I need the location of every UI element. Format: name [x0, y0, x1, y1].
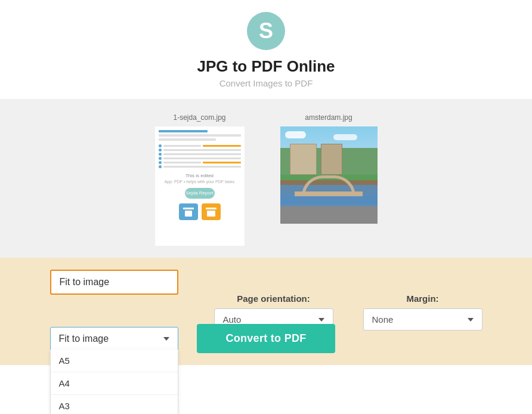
thumbnail-document: 1-sejda_com.jpg This is edited App: PDF … — [155, 113, 245, 246]
doc-list-3 — [159, 153, 241, 156]
filename-photo: amsterdam.jpg — [305, 113, 352, 122]
doc-signature: Sejda Report — [159, 186, 241, 199]
header: S JPG to PDF Online Convert Images to PD… — [0, 0, 532, 99]
convert-button[interactable]: Convert to PDF — [197, 324, 335, 353]
thumbnails-row: 1-sejda_com.jpg This is edited App: PDF … — [0, 113, 532, 258]
doc-row-3 — [159, 138, 216, 141]
doc-list-section — [159, 144, 241, 168]
page-size-dropdown-menu: A5 A4 A3 — [50, 350, 178, 414]
doc-list-4 — [159, 157, 241, 160]
doc-list-1 — [159, 144, 241, 147]
doc-row-1 — [159, 130, 208, 132]
orientation-arrow-icon — [318, 318, 324, 322]
option-a3[interactable]: A3 — [51, 395, 178, 414]
margin-value: None — [372, 314, 394, 325]
doc-list-2 — [159, 149, 241, 152]
main-area: 1-sejda_com.jpg This is edited App: PDF … — [0, 99, 532, 365]
page-orientation-value: Auto — [223, 314, 242, 325]
page-size-open-value: Fit to image — [60, 277, 110, 288]
margin-arrow-icon — [468, 318, 474, 322]
doc-icons — [159, 203, 241, 220]
logo-letter: S — [259, 20, 273, 42]
thumbnail-photo: amsterdam.jpg — [280, 113, 378, 246]
amsterdam-photo — [280, 126, 378, 224]
option-a4[interactable]: A4 — [51, 372, 178, 395]
doc-edited-label: This is edited — [159, 173, 241, 178]
option-a5[interactable]: A5 — [51, 350, 178, 372]
control-panel: Fit to image A5 A4 A3 Fit to image Page … — [0, 258, 532, 365]
margin-label: Margin: — [363, 293, 482, 304]
doc-list-6 — [159, 165, 241, 168]
convert-btn-row: Convert to PDF — [0, 324, 532, 353]
logo: S — [247, 12, 285, 50]
doc-row-2 — [159, 134, 241, 137]
filename-document: 1-sejda_com.jpg — [173, 113, 225, 122]
doc-icon-blue — [179, 203, 198, 220]
page-orientation-label: Page orientation: — [214, 293, 333, 304]
page-size-open-dropdown[interactable]: Fit to image — [50, 270, 178, 295]
doc-list-5 — [159, 161, 241, 164]
app-title: JPG to PDF Online — [0, 57, 532, 76]
controls-middle: Page orientation: Auto Margin: None — [214, 270, 482, 330]
app-subtitle: Convert Images to PDF — [0, 78, 532, 88]
doc-icon-yellow — [202, 203, 221, 220]
document-preview: This is edited App: PDF • helps with you… — [155, 126, 245, 246]
doc-sub-label: App: PDF • helps with your PDF tasks — [159, 180, 241, 184]
